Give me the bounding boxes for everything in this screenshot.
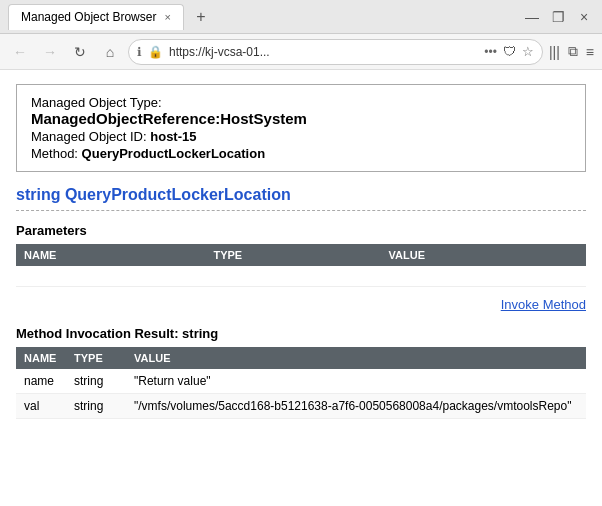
type-label-line: Managed Object Type:	[31, 95, 571, 110]
restore-button[interactable]: ❐	[548, 9, 568, 25]
window-controls: — ❐ ×	[522, 9, 594, 25]
id-label: Managed Object ID:	[31, 129, 147, 144]
page-content: Managed Object Type: ManagedObjectRefere…	[0, 70, 602, 506]
menu-icon[interactable]: ≡	[586, 44, 594, 60]
invoke-row: Invoke Method	[16, 297, 586, 312]
type-value-line: ManagedObjectReference:HostSystem	[31, 110, 571, 127]
info-box: Managed Object Type: ManagedObjectRefere…	[16, 84, 586, 172]
title-bar: Managed Object Browser × + — ❐ ×	[0, 0, 602, 34]
new-tab-button[interactable]: +	[190, 6, 212, 28]
params-col-name: NAME	[16, 244, 205, 266]
result-header-row: NAME TYPE VALUE	[16, 347, 586, 369]
star-icon[interactable]: ☆	[522, 44, 534, 59]
window-close-button[interactable]: ×	[574, 9, 594, 25]
result-row: namestring"Return value"	[16, 369, 586, 394]
method-value: QueryProductLockerLocation	[82, 146, 265, 161]
parameters-table: NAME TYPE VALUE	[16, 244, 586, 287]
refresh-button[interactable]: ↻	[68, 40, 92, 64]
lock-icon: 🔒	[148, 45, 163, 59]
info-icon: ℹ	[137, 45, 142, 59]
result-cell-type: string	[66, 393, 126, 418]
type-value: ManagedObjectReference:HostSystem	[31, 110, 307, 127]
result-cell-name: name	[16, 369, 66, 394]
result-cell-name: val	[16, 393, 66, 418]
forward-button[interactable]: →	[38, 40, 62, 64]
split-view-icon[interactable]: ⧉	[568, 43, 578, 60]
type-label: Managed Object Type:	[31, 95, 162, 110]
tab-area: Managed Object Browser × +	[8, 0, 522, 33]
result-cell-type: string	[66, 369, 126, 394]
id-line: Managed Object ID: host-15	[31, 129, 571, 144]
id-value: host-15	[150, 129, 196, 144]
more-icon[interactable]: •••	[484, 45, 497, 59]
params-col-type: TYPE	[205, 244, 380, 266]
library-icon[interactable]: |||	[549, 44, 560, 60]
result-col-name: NAME	[16, 347, 66, 369]
method-line: Method: QueryProductLockerLocation	[31, 146, 571, 161]
method-label: Method:	[31, 146, 78, 161]
tab-title: Managed Object Browser	[21, 10, 156, 24]
result-col-value: VALUE	[126, 347, 586, 369]
method-heading: string QueryProductLockerLocation	[16, 186, 586, 211]
params-col-value: VALUE	[381, 244, 586, 266]
parameters-title: Parameters	[16, 223, 586, 238]
shield-icon: 🛡	[503, 44, 516, 59]
browser-tab[interactable]: Managed Object Browser ×	[8, 4, 184, 30]
result-cell-value: "Return value"	[126, 369, 586, 394]
params-empty-row	[16, 266, 586, 286]
url-text: https://kj-vcsa-01...	[169, 45, 478, 59]
nav-bar: ← → ↻ ⌂ ℹ 🔒 https://kj-vcsa-01... ••• 🛡 …	[0, 34, 602, 70]
result-row: valstring"/vmfs/volumes/5accd168-b512163…	[16, 393, 586, 418]
home-button[interactable]: ⌂	[98, 40, 122, 64]
result-col-type: TYPE	[66, 347, 126, 369]
minimize-button[interactable]: —	[522, 9, 542, 25]
params-header-row: NAME TYPE VALUE	[16, 244, 586, 266]
result-heading: Method Invocation Result: string	[16, 326, 586, 341]
result-table: NAME TYPE VALUE namestring"Return value"…	[16, 347, 586, 419]
tab-close-icon[interactable]: ×	[164, 11, 170, 23]
address-bar[interactable]: ℹ 🔒 https://kj-vcsa-01... ••• 🛡 ☆	[128, 39, 543, 65]
back-button[interactable]: ←	[8, 40, 32, 64]
result-cell-value: "/vmfs/volumes/5accd168-b5121638-a7f6-00…	[126, 393, 586, 418]
nav-icons: ||| ⧉ ≡	[549, 43, 594, 60]
invoke-method-button[interactable]: Invoke Method	[501, 297, 586, 312]
